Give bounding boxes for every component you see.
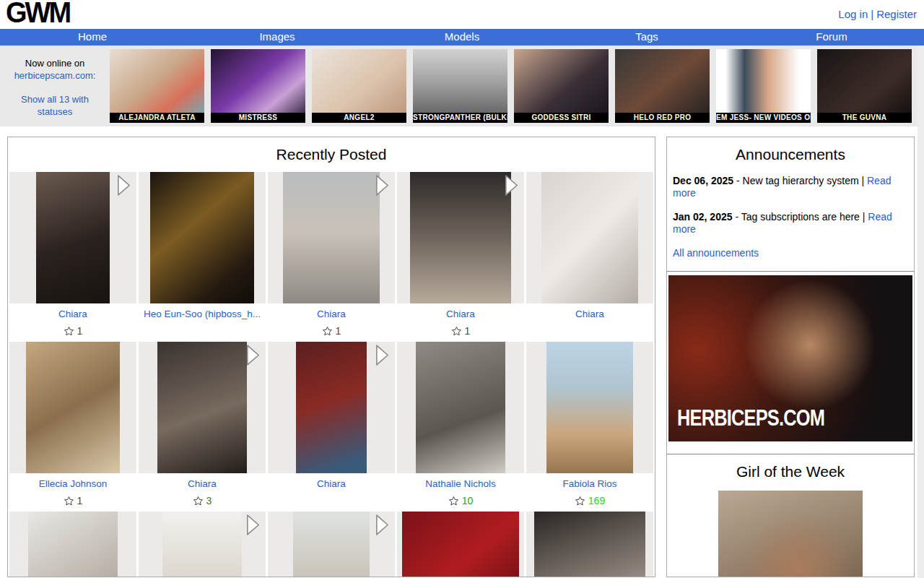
post-cell: Chiara 3 [139,342,266,506]
model-name-label: STRONGPANTHER (BULKIN [413,113,507,123]
play-icon[interactable] [245,343,261,367]
play-icon[interactable] [503,173,520,197]
announcements-title: Announcements [667,146,914,163]
recently-posted-title: Recently Posted [8,146,655,163]
favorite-count: 1 [268,325,395,337]
post-model-link[interactable]: Chiara [58,309,87,319]
post-cell: Nathalie Nichols 10 [397,342,524,506]
nav-forum[interactable]: Forum [739,29,924,46]
post-image[interactable] [526,342,653,473]
favorite-number: 169 [588,495,605,506]
all-announcements: All announcements [673,247,908,259]
favorite-count: 3 [139,495,266,506]
post-photo [402,512,519,577]
post-image[interactable] [9,342,136,473]
post-photo [36,172,110,303]
all-announcements-link[interactable]: All announcements [673,247,759,259]
play-icon[interactable] [374,513,391,537]
post-model-link[interactable]: Chiara [317,478,346,489]
play-icon[interactable] [245,513,261,537]
post-image[interactable] [268,172,395,303]
online-model-thumb[interactable]: GODDESS SITRI [514,49,609,123]
post-model-link[interactable]: Chiara [188,478,217,489]
post-image[interactable] [397,342,524,473]
model-photo [817,49,912,123]
post-image[interactable] [526,512,653,577]
post-image[interactable] [397,172,524,303]
online-text: Now online on [25,58,84,69]
online-model-thumb[interactable]: STRONGPANTHER (BULKIN [413,49,507,123]
post-model-link[interactable]: Ellecia Johnson [39,478,108,489]
post-image[interactable] [526,172,653,303]
model-photo [413,49,507,123]
nav-images[interactable]: Images [185,29,370,46]
post-cell: Ellecia Johnson 1 [9,342,136,506]
herbicepscam-link[interactable]: herbicepscam.com: [14,69,96,82]
model-name-label: EM JESS- NEW VIDEOS ON [716,113,811,123]
star-icon [451,326,462,337]
online-model-thumb[interactable]: HELO RED PRO [615,49,710,123]
nav-tags[interactable]: Tags [554,29,739,46]
herbiceps-banner[interactable]: HERBICEPS.COM [668,275,912,441]
nav-models[interactable]: Models [370,29,554,46]
post-cell: Chiara [268,342,395,506]
recent-grid: Chiara 1 Heo Eun-Soo (hipboss_h... [8,172,655,577]
online-model-thumb[interactable]: ANGEL2 [312,49,406,123]
online-strip: Now online on herbicepscam.com: Show all… [0,46,924,126]
site-logo[interactable]: GWM [6,0,69,29]
nav-home[interactable]: Home [0,29,185,46]
post-cell: Fabiola Rios 169 [526,342,653,506]
post-photo [150,172,254,303]
online-model-thumb[interactable]: MISTRESS [211,49,305,123]
model-name-label: MISTRESS [211,113,305,123]
favorite-count: 10 [397,495,524,506]
announcement-item: Jan 02, 2025 - Tag subscriptions are her… [673,211,908,236]
post-model-link[interactable]: Chiara [317,309,346,319]
model-photo [211,49,305,123]
main-nav: Home Images Models Tags Forum [0,29,924,46]
post-image[interactable] [139,172,266,303]
sidebar-panel: Announcements Dec 06, 2025 - New tag hie… [666,137,915,577]
online-model-thumb[interactable]: THE GUVNA [817,49,912,123]
post-image[interactable] [268,342,395,473]
online-model-thumb[interactable]: EM JESS- NEW VIDEOS ON [716,49,811,123]
announcement-text: - Tag subscriptions are here | [733,211,868,223]
model-name-label: ALEJANDRA ATLETA [110,113,204,123]
scrollbar-track[interactable] [918,46,924,578]
login-link[interactable]: Log in [838,8,868,20]
post-photo [162,512,241,577]
model-photo [716,49,811,123]
post-image[interactable] [268,512,395,577]
favorite-number: 1 [77,495,83,506]
banner-text: HERBICEPS.COM [677,405,824,431]
show-all-statuses-link[interactable]: Show all 13 with statuses [12,93,98,118]
post-cell [268,512,395,577]
girl-of-the-week-photo[interactable] [718,491,863,577]
post-image[interactable] [397,512,524,577]
post-cell [9,512,136,577]
play-icon[interactable] [116,173,132,197]
post-cell [139,512,266,577]
play-icon[interactable] [374,343,391,367]
post-cell: Chiara 1 [268,172,395,337]
post-model-link[interactable]: Nathalie Nichols [425,478,496,489]
post-image[interactable] [9,172,136,303]
post-image[interactable] [139,512,266,577]
post-image[interactable] [139,342,266,473]
star-icon [322,326,333,337]
online-model-thumb[interactable]: ALEJANDRA ATLETA [110,49,204,123]
model-name-label: THE GUVNA [817,113,912,123]
register-link[interactable]: Register [876,8,917,20]
post-photo [534,512,646,577]
post-photo [546,342,633,473]
post-model-link[interactable]: Chiara [446,309,475,319]
post-cell [397,512,524,577]
post-cell: Heo Eun-Soo (hipboss_h... [139,172,266,337]
post-model-link[interactable]: Chiara [575,309,604,319]
favorite-number: 10 [462,495,474,506]
page-header: GWM Log in|Register [0,0,924,29]
post-model-link[interactable]: Fabiola Rios [562,478,616,489]
post-model-link[interactable]: Heo Eun-Soo (hipboss_h... [144,309,261,319]
play-icon[interactable] [374,173,391,197]
post-image[interactable] [9,512,136,577]
